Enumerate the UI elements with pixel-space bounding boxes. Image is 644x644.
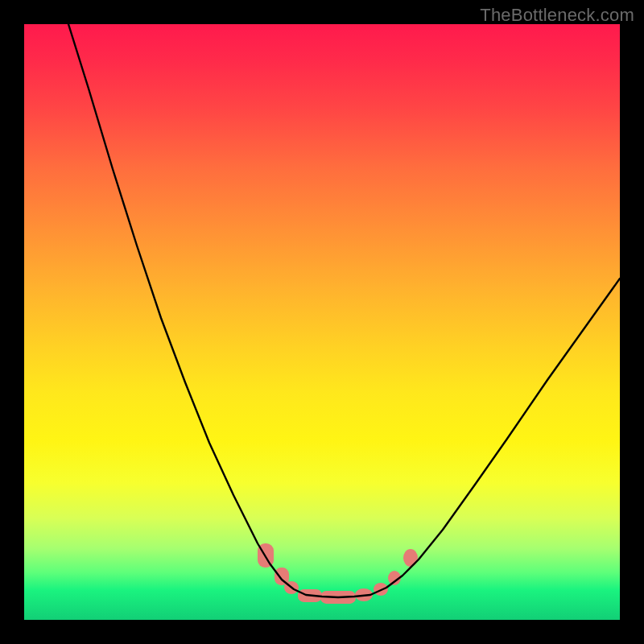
markers-group	[258, 543, 418, 604]
chart-svg	[24, 24, 620, 620]
chart-plot-area	[24, 24, 620, 620]
marker-right-1	[403, 549, 418, 567]
curves-group	[68, 24, 620, 597]
watermark-text: TheBottleneck.com	[480, 5, 634, 26]
chart-frame: TheBottleneck.com	[0, 0, 644, 644]
bottleneck-curve	[68, 24, 620, 597]
